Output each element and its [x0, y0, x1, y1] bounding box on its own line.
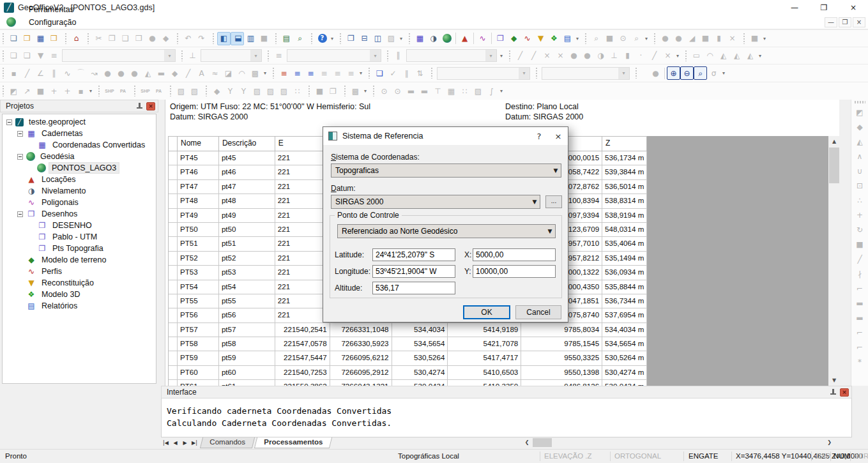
cell-descricao[interactable]: pt50 [219, 223, 275, 237]
cell-nome[interactable]: PT57 [178, 323, 219, 337]
cell-descricao[interactable]: pt52 [219, 252, 275, 266]
toolbar-grip[interactable] [430, 68, 433, 79]
toolbar-grip[interactable] [2, 33, 4, 44]
cell-z[interactable]: 530,0434 m [602, 380, 647, 386]
row-selector[interactable] [169, 209, 178, 223]
toolbar-grip[interactable] [275, 33, 277, 44]
collapse-expander[interactable] [17, 131, 23, 137]
cell-h[interactable]: 530,0434 [392, 380, 448, 386]
toolbar-grip[interactable] [176, 33, 179, 44]
cell-descricao[interactable]: pt59 [219, 351, 275, 365]
dropdown-arrow-icon[interactable]: ▾ [720, 66, 727, 80]
open-project-icon[interactable]: ❒ [47, 32, 61, 45]
modelo-terreno-icon[interactable]: ◆ [507, 32, 521, 45]
dropdown-arrow-icon[interactable]: ▾ [329, 32, 335, 45]
cell-descricao[interactable]: pt61 [219, 380, 275, 386]
tree-item-pablo-utm[interactable]: ❐Pablo - UTM [3, 231, 156, 243]
cell-descricao[interactable]: pt45 [219, 151, 275, 165]
control-point-combobox[interactable]: Referenciado ao Norte Geodésico ▼ [337, 224, 556, 238]
cell-descricao[interactable]: pt53 [219, 266, 275, 280]
geodesia-icon[interactable] [440, 32, 453, 45]
tree-item-relat-rios[interactable]: ▤Relatórios [3, 300, 156, 312]
cell-n[interactable]: 7266331,1048 [330, 323, 392, 337]
zoom-window-icon[interactable]: ⌕ [694, 66, 707, 80]
longitude-field[interactable]: 53º45'21,9004" W [372, 265, 455, 278]
row-selector[interactable] [169, 165, 178, 179]
home-icon[interactable]: ⌂ [70, 32, 83, 45]
cell-z[interactable]: 548,0314 m [602, 223, 647, 237]
tree-item-loca-es[interactable]: ▲Locações [3, 174, 156, 185]
cell-nome[interactable]: PT46 [178, 165, 219, 179]
tile-horizontal-icon[interactable]: ⊟ [358, 32, 371, 45]
toolbar-grip[interactable] [87, 33, 89, 44]
tree-item-geod-sia[interactable]: Geodésia [3, 151, 156, 162]
toolbar-grip[interactable] [98, 86, 100, 96]
status-engate[interactable]: ENGATE [689, 452, 718, 460]
row-selector[interactable] [169, 366, 178, 380]
scrollbar-thumb[interactable] [829, 148, 839, 183]
mdi-close-button[interactable]: × [853, 17, 865, 27]
toolbar-grip[interactable] [65, 33, 67, 44]
tree-item-modelo-de-terreno[interactable]: ◆Modelo de terreno [3, 254, 156, 266]
row-selector[interactable] [169, 308, 178, 323]
scroll-up-button[interactable]: ▲ [828, 136, 839, 147]
print-icon[interactable]: ▤ [280, 32, 293, 45]
dropdown-arrow-icon[interactable]: ▾ [358, 66, 364, 80]
cell-descricao[interactable]: pt48 [219, 194, 275, 208]
cancel-button[interactable]: Cancel [515, 305, 561, 319]
dropdown-arrow-icon[interactable]: ▾ [643, 32, 650, 45]
cell-descricao[interactable]: pt49 [219, 209, 275, 223]
cadernetas-icon[interactable]: ▦ [413, 32, 427, 45]
row-selector[interactable] [169, 151, 178, 165]
cell-h[interactable]: 530,5264 [392, 351, 448, 365]
row-selector[interactable] [169, 223, 178, 237]
status-elevação[interactable]: ELEVAÇÃO .Z [544, 452, 592, 460]
poligonais-icon[interactable]: ∿ [476, 32, 489, 45]
toolbar-grip[interactable] [2, 68, 4, 79]
row-selector[interactable] [169, 252, 178, 266]
tab-comandos[interactable]: Comandos [200, 437, 255, 448]
cell-nome[interactable]: PT48 [178, 194, 219, 208]
cell-x[interactable]: 5414,9189 [448, 323, 521, 337]
toolbar-grip[interactable] [653, 33, 656, 44]
pin-icon[interactable] [136, 102, 143, 110]
tree-item-poligonais[interactable]: ∿Poligonais [3, 197, 156, 208]
cell-nome[interactable]: PT50 [178, 223, 219, 237]
cell-descricao[interactable]: pt55 [219, 294, 275, 308]
dropdown-arrow-icon[interactable]: ▾ [88, 84, 94, 98]
toolbar-grip[interactable] [212, 33, 215, 44]
cell-descricao[interactable]: pt54 [219, 280, 275, 294]
toolbar-grip[interactable] [2, 50, 4, 61]
cell-e[interactable]: 221 [275, 252, 330, 266]
tab-processamentos[interactable]: Processamentos [254, 437, 332, 448]
cell-e[interactable]: 221 [275, 266, 330, 280]
cascade-windows-icon[interactable]: ❐ [344, 32, 358, 45]
cell-e[interactable]: 221 [275, 151, 330, 165]
dropdown-arrow-icon[interactable]: ▾ [362, 84, 369, 98]
toolbar-grip[interactable] [372, 86, 375, 96]
cell-e[interactable]: 221 [275, 209, 330, 223]
cell-z[interactable]: 534,5654 m [602, 337, 647, 351]
cell-e[interactable]: 221 [275, 180, 330, 194]
latitude-field[interactable]: 24º41'25,2079" S [372, 248, 455, 261]
panel-xy-icon[interactable]: ▥ [244, 32, 257, 45]
column-header-0[interactable] [169, 137, 178, 151]
toolbar-grip[interactable] [169, 86, 172, 96]
dropdown-arrow-icon[interactable]: ▾ [757, 49, 763, 63]
cell-z[interactable]: 537,6954 m [602, 308, 647, 323]
row-selector[interactable] [169, 323, 178, 337]
cell-z[interactable]: 536,1734 m [602, 151, 647, 165]
cell-e[interactable]: 221547,0578 [275, 337, 330, 351]
cell-e[interactable]: 221 [275, 165, 330, 179]
tree-item-pts-topografia[interactable]: ❐Pts Topografia [3, 243, 156, 254]
restore-button[interactable]: ❐ [809, 0, 839, 15]
x-field[interactable]: 5000,00 [473, 248, 556, 261]
collapse-expander[interactable] [17, 211, 23, 217]
ok-button[interactable]: OK [463, 305, 510, 319]
toolbar-grip[interactable] [386, 50, 389, 61]
cell-e[interactable]: 221 [275, 280, 330, 294]
print-preview-icon[interactable]: ⌕ [293, 32, 307, 45]
cell-e[interactable]: 221550,3862 [275, 380, 330, 386]
toolbar-grip[interactable] [508, 50, 511, 61]
collapse-expander[interactable] [17, 154, 23, 160]
